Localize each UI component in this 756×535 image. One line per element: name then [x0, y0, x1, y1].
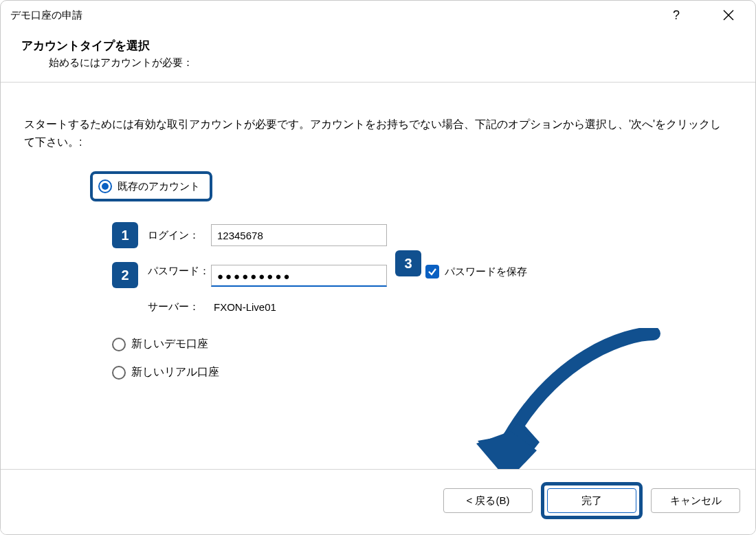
- radio-demo-label: 新しいデモ口座: [131, 337, 208, 351]
- radio-existing-label: 既存のアカウント: [118, 180, 200, 193]
- help-button[interactable]: ?: [660, 1, 692, 30]
- radio-existing-account[interactable]: 既存のアカウント: [90, 171, 212, 201]
- close-button[interactable]: [713, 1, 744, 30]
- save-password-checkbox[interactable]: パスワードを保存: [425, 265, 527, 279]
- header-heading: アカウントタイプを選択: [21, 38, 735, 54]
- header-sub: 始めるにはアカウントが必要：: [49, 56, 735, 69]
- radio-unselected-icon: [112, 338, 126, 351]
- finish-button-highlight: 完了: [541, 482, 643, 519]
- save-password-label: パスワードを保存: [445, 265, 527, 279]
- radio-new-demo[interactable]: 新しいデモ口座: [112, 337, 732, 351]
- radio-unselected-icon: [112, 366, 126, 380]
- close-icon: [723, 10, 734, 21]
- row-server: サーバー： FXON-Live01: [148, 301, 732, 314]
- row-login: 1 ログイン： 3: [112, 222, 732, 248]
- badge-2: 2: [112, 262, 138, 288]
- server-value: FXON-Live01: [214, 301, 276, 313]
- back-button[interactable]: < 戻る(B): [443, 488, 533, 513]
- server-label: サーバー：: [148, 301, 211, 314]
- body-area: スタートするためには有効な取引アカウントが必要です。アカウントをお持ちでない場合…: [1, 83, 755, 407]
- radio-selected-icon: [98, 179, 112, 193]
- radio-real-label: 新しいリアル口座: [131, 365, 219, 380]
- checkbox-checked-icon: [425, 265, 439, 279]
- form-rows: 1 ログイン： 3 2 パスワード： パスワードを保存 サーバー： FXON-L…: [112, 222, 732, 380]
- radio-new-real[interactable]: 新しいリアル口座: [112, 365, 732, 380]
- password-input[interactable]: [211, 265, 387, 287]
- password-label: パスワード：: [148, 265, 211, 278]
- dialog-window: デモ口座の申請 ? アカウントタイプを選択 始めるにはアカウントが必要： スター…: [0, 0, 756, 535]
- login-label: ログイン：: [148, 229, 211, 242]
- row-password: 2 パスワード： パスワードを保存: [112, 262, 732, 288]
- cancel-button[interactable]: キャンセル: [651, 488, 740, 513]
- dialog-title: デモ口座の申請: [10, 9, 82, 22]
- finish-button[interactable]: 完了: [547, 488, 636, 513]
- instruction-text: スタートするためには有効な取引アカウントが必要です。アカウントをお持ちでない場合…: [24, 116, 732, 151]
- footer: < 戻る(B) 完了 キャンセル: [1, 469, 755, 534]
- badge-1: 1: [112, 222, 138, 248]
- login-input[interactable]: [211, 224, 387, 246]
- titlebar: デモ口座の申請 ?: [1, 1, 755, 30]
- header-block: アカウントタイプを選択 始めるにはアカウントが必要：: [1, 30, 755, 82]
